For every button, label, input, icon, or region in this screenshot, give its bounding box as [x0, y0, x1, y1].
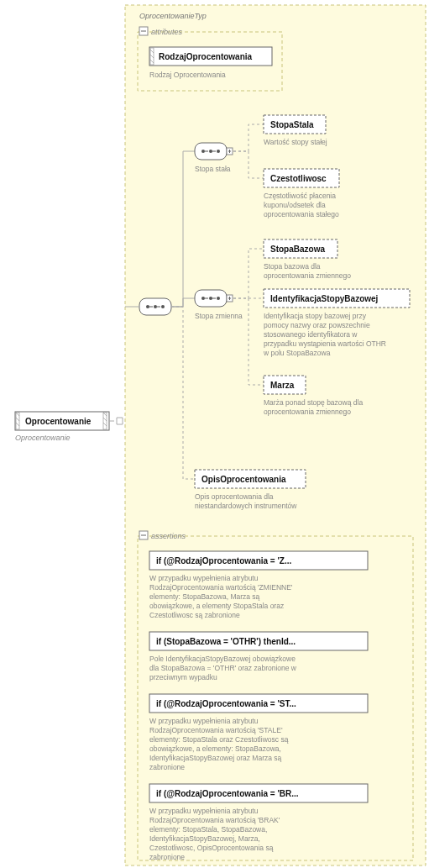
- svg-point-34: [217, 297, 220, 300]
- assertion-1-desc: Pole IdentyfikacjaStopyBazowej obowiązko…: [149, 655, 296, 663]
- assertion-2-desc: W przypadku wypełnienia atrybutu: [149, 717, 259, 725]
- assertion-0-desc: Czestotliwosc są zabronione: [149, 611, 240, 619]
- assertion-2-desc: zabronione: [149, 763, 185, 771]
- attribute-label: RodzajOprocentowania: [159, 52, 253, 61]
- assertion-3-desc: RodzajOprocentowania wartością 'BRAK': [149, 816, 280, 824]
- svg-point-32: [209, 297, 212, 300]
- leaf-stopastala-desc: Wartość stopy stałej: [264, 138, 327, 146]
- assertion-0-desc: W przypadku wypełnienia atrybutu: [149, 574, 259, 582]
- assertion-0-desc: obowiązkowe, a elementy StopaStala oraz: [149, 602, 284, 610]
- assertions-label: assertions: [151, 532, 186, 540]
- leaf-marza-desc: Marża ponad stopę bazową dlaoprocentowan…: [264, 398, 363, 416]
- assertion-0-desc: RodzajOprocentowania wartością 'ZMIENNE': [149, 583, 293, 592]
- assertion-2-desc: obowiązkowe, a elementy: StopaBazowa,: [149, 744, 281, 753]
- sequence-zmienna-label: Stopa zmienna: [195, 312, 243, 320]
- assertion-0-desc: elementy: StopaBazowa, Marza są: [149, 592, 260, 601]
- type-label: OprocentowanieTyp: [139, 12, 207, 20]
- svg-point-21: [201, 150, 205, 153]
- assertion-3-desc: IdentyfikacjaStopyBazowej, Marza,: [149, 834, 260, 843]
- sequence-stala-label: Stopa stała: [195, 165, 231, 173]
- root-element-label: Oprocentowanie: [25, 417, 92, 426]
- root-element-desc: Oprocentowanie: [15, 434, 71, 442]
- assertion-1-head: if (StopaBazowa = 'OTHR') thenId...: [156, 637, 296, 646]
- svg-point-17: [154, 305, 157, 308]
- schema-diagram: OprocentowanieTyp Oprocentowanie Oprocen…: [0, 0, 429, 868]
- sequence-main: [139, 298, 171, 315]
- svg-point-25: [217, 150, 220, 153]
- svg-point-15: [146, 305, 149, 308]
- leaf-opis-label: OpisOprocentowania: [201, 475, 286, 484]
- assertion-2-head: if (@RodzajOprocentowania = 'ST...: [156, 699, 296, 708]
- assertion-3-head: if (@RodzajOprocentowania = 'BR...: [156, 789, 299, 798]
- assertion-2-desc: RodzajOprocentowania wartością 'STALE': [149, 726, 283, 734]
- leaf-marza-label: Marza: [270, 381, 295, 390]
- leaf-stopabazowa-label: StopaBazowa: [270, 245, 325, 254]
- leaf-stopastala-label: StopaStala: [270, 120, 314, 129]
- svg-point-30: [201, 297, 205, 300]
- attribute-desc: Rodzaj Oprocentowania: [149, 71, 226, 79]
- assertion-3-desc: zabronione: [149, 853, 185, 861]
- leaf-ident-label: IdentyfikacjaStopyBazowej: [270, 294, 379, 303]
- assertion-2-desc: elementy: StopaStala oraz Czestotliwosc …: [149, 735, 289, 744]
- assertion-3-desc: elementy: StopaStala, StopaBazowa,: [149, 825, 267, 834]
- svg-point-19: [161, 305, 165, 308]
- assertion-1-desc: dla StopaBazowa = 'OTHR' oraz zabronione…: [149, 664, 297, 672]
- assertion-3-desc: W przypadku wypełnienia atrybutu: [149, 807, 259, 815]
- assertion-1-desc: przeciwnym wypadku: [149, 673, 217, 681]
- attributes-label: attributes: [151, 28, 183, 36]
- assertion-0-head: if (@RodzajOprocentowania = 'Z...: [156, 556, 292, 566]
- assertion-2-desc: IdentyfikacjaStopyBazowej oraz Marza są: [149, 754, 282, 762]
- svg-point-23: [209, 150, 212, 153]
- leaf-czest-label: Czestotliwosc: [270, 174, 327, 183]
- assertion-3-desc: Czestotliwosc, OpisOprocentowania są: [149, 844, 274, 852]
